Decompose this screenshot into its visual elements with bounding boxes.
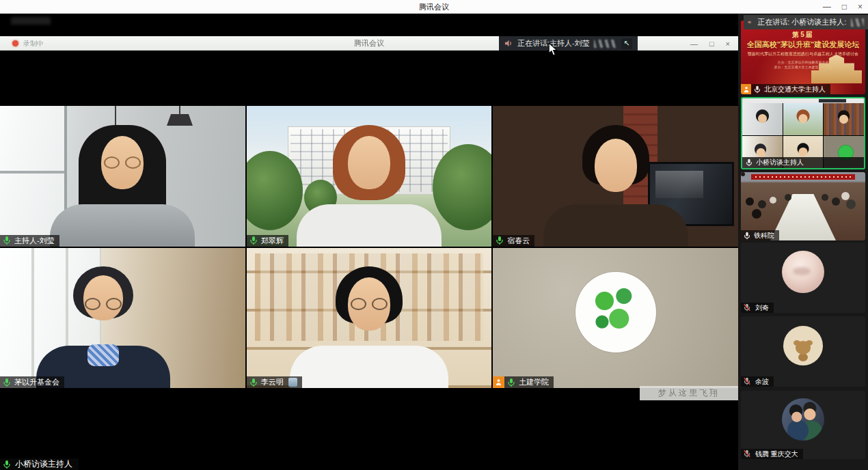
- participants-sidebar: 正在讲话: 小桥访谈主持人: 第5届 全国高校"茅以升班"建设发展论坛 暨新时代…: [738, 14, 868, 470]
- participant-name: 小桥访谈主持人: [756, 158, 804, 167]
- speaking-now-banner: 正在讲话: 小桥访谈主持人:: [744, 15, 868, 29]
- participant-name: 郑翠辉: [261, 236, 284, 246]
- inner-minimize-button[interactable]: —: [690, 40, 698, 48]
- name-tag: 刘奇: [741, 303, 774, 313]
- hand-raised-icon: [493, 376, 504, 388]
- thumbnail-xiaoqiao-host-active[interactable]: 小桥访谈主持人: [741, 97, 865, 169]
- pendant-lamp: [167, 114, 193, 126]
- watermark-smudge: [11, 17, 51, 25]
- close-button[interactable]: ×: [858, 0, 863, 14]
- self-name-tag: 小桥访谈主持人: [0, 458, 79, 470]
- window-titlebar: 腾讯会议 — □ ×: [0, 0, 868, 14]
- mini-tile: [783, 103, 824, 135]
- name-tag: 北京交通大学主持人: [741, 84, 830, 94]
- video-tile-zhengcuihui[interactable]: 郑翠辉: [247, 106, 492, 247]
- window-controls: — □ ×: [823, 0, 863, 14]
- thumbnail-bjtu-host[interactable]: 第5届 全国高校"茅以升班"建设发展论坛 暨新时代茅以升工程教育思想践行与卓越工…: [741, 20, 865, 94]
- status-emoji-chip: [288, 378, 297, 387]
- tencent-meeting-window: 腾讯会议 — □ × 录制中 腾讯会议 正在讲话:主持人-刘莹 ↖ — □: [0, 0, 868, 470]
- attendees-decor: [741, 172, 745, 176]
- maximize-button[interactable]: □: [842, 0, 847, 14]
- mic-on-icon: [249, 236, 258, 245]
- mini-titlebar: [742, 98, 864, 103]
- mic-on-icon: [2, 460, 12, 469]
- name-tag: 茅以升基金会: [0, 376, 64, 388]
- poster-subtitle: 暨新时代茅以升工程教育思想践行与卓越工程人才培养研讨会: [741, 51, 865, 57]
- mic-muted-icon: [743, 303, 752, 313]
- mouse-cursor: [548, 42, 558, 56]
- mic-on-icon: [745, 158, 753, 167]
- name-tag: 郑翠辉: [247, 235, 288, 247]
- participant-name: 北京交通大学主持人: [764, 85, 826, 94]
- name-tag: 土建学院: [493, 376, 554, 388]
- mic-muted-icon: [743, 377, 752, 387]
- inner-window-controls: — □ ×: [690, 36, 730, 51]
- video-tile-tujian-college[interactable]: 土建学院: [493, 248, 738, 389]
- inner-speaking-banner: 正在讲话:主持人-刘莹 ↖: [499, 36, 638, 51]
- mic-on-icon: [495, 236, 504, 245]
- poster-title: 全国高校"茅以升班"建设发展论坛: [741, 40, 865, 49]
- blurred-logo: [594, 40, 617, 48]
- participant-name: 宿春云: [507, 236, 530, 246]
- inner-maximize-button[interactable]: □: [709, 40, 714, 48]
- name-tag: 铁科院: [741, 230, 779, 240]
- thumbnail-tiekeyuan[interactable]: 铁科院: [741, 172, 865, 240]
- blurred-logo: [851, 18, 864, 27]
- teddy-bear-decor: [796, 341, 811, 355]
- speaker-icon: [504, 39, 513, 48]
- hand-raised-icon: [741, 84, 751, 94]
- participant-video: [290, 125, 448, 247]
- participant-video: [44, 125, 201, 247]
- mic-on-icon: [743, 232, 751, 240]
- poster-edition: 第5届: [741, 30, 865, 40]
- mic-on-icon: [2, 236, 12, 245]
- participant-video: [537, 125, 694, 247]
- video-tile-liyunming[interactable]: 李云明: [247, 248, 492, 389]
- wall-banner-decor: [751, 174, 856, 180]
- conference-table-decor: [770, 194, 836, 240]
- thumbnail-liuqi[interactable]: 刘奇: [741, 243, 865, 313]
- mic-muted-icon: [743, 450, 752, 459]
- shared-screen-stage: 录制中 腾讯会议 正在讲话:主持人-刘莹 ↖ — □ ×: [0, 14, 738, 470]
- self-name: 小桥访谈主持人: [15, 458, 72, 470]
- participant-name: 茅以升基金会: [14, 377, 59, 387]
- thumbnail-yubo[interactable]: 余波: [741, 316, 865, 387]
- inner-window-titlebar: 录制中 腾讯会议 正在讲话:主持人-刘莹 ↖ — □ ×: [0, 36, 738, 51]
- participant-name: 铁科院: [754, 231, 774, 240]
- video-grid: 主持人-刘莹 郑翠辉: [0, 106, 738, 388]
- name-tag: 小桥访谈主持人: [742, 157, 864, 168]
- video-tile-suchunyun[interactable]: 宿春云: [493, 106, 738, 247]
- name-tag-inner: 北京交通大学主持人: [751, 84, 830, 94]
- name-tag: 李云明: [247, 376, 302, 388]
- thumbnail-qianteng[interactable]: 钱腾 重庆交大: [741, 391, 865, 459]
- clover-avatar: [575, 272, 656, 352]
- mic-on-icon: [753, 85, 761, 94]
- speaker-icon: [748, 18, 752, 27]
- mini-tile: [742, 103, 783, 135]
- participant-name: 余波: [755, 377, 769, 387]
- participant-name: 钱腾 重庆交大: [755, 450, 798, 459]
- speaking-now-text: 正在讲话: 小桥访谈主持人:: [757, 17, 846, 27]
- video-tile-host-liuying[interactable]: 主持人-刘莹: [0, 106, 245, 247]
- avatar: [782, 251, 824, 293]
- name-tag-inner: 土建学院: [504, 376, 554, 388]
- video-tile-maoyisheng-foundation[interactable]: 茅以升基金会: [0, 248, 245, 389]
- mic-on-icon: [506, 378, 516, 387]
- window-title: 腾讯会议: [0, 0, 868, 14]
- scarf-decor: [87, 344, 119, 366]
- forum-poster: 第5届 全国高校"茅以升班"建设发展论坛 暨新时代茅以升工程教育思想践行与卓越工…: [741, 20, 865, 94]
- mic-on-icon: [249, 378, 258, 387]
- participant-video: [25, 266, 182, 388]
- minimize-button[interactable]: —: [823, 0, 831, 14]
- back-arrow-icon[interactable]: ↖: [621, 38, 632, 49]
- participant-video: [290, 266, 448, 388]
- name-tag: 钱腾 重庆交大: [741, 449, 803, 459]
- lamp-cord: [179, 106, 180, 115]
- inner-close-button[interactable]: ×: [726, 40, 730, 48]
- participant-name: 土建学院: [519, 377, 549, 387]
- name-tag: 余波: [741, 376, 774, 387]
- avatar: [783, 326, 823, 365]
- mic-on-icon: [2, 378, 12, 387]
- name-tag: 宿春云: [493, 235, 534, 247]
- name-tag: 主持人-刘莹: [0, 235, 59, 247]
